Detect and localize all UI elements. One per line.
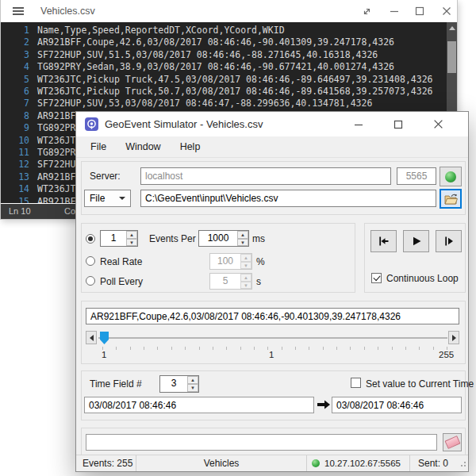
slider-min-label: 1 <box>102 350 106 359</box>
menu-bar: File Window Help <box>76 136 468 158</box>
simulator-titlebar: GeoEvent Simulator - Vehicles.csv <box>76 112 468 136</box>
rewind-to-start-button[interactable] <box>370 230 397 252</box>
events-count-spinner[interactable]: 1 ▲▼ <box>100 230 138 247</box>
chevron-down-icon <box>119 197 125 200</box>
step-one-event-button[interactable] <box>436 230 462 252</box>
geoevent-app-icon <box>85 117 98 131</box>
spin-down-icon[interactable]: ▼ <box>187 384 198 392</box>
arrow-right-icon <box>452 335 456 341</box>
playback-group: Continuous Loop <box>364 223 466 293</box>
simulator-window-title: GeoEvent Simulator - Vehicles.csv <box>105 118 263 130</box>
percent-unit-label: % <box>256 256 265 267</box>
scrollbar-up-icon[interactable] <box>449 26 455 30</box>
seconds-unit-label: s <box>256 276 261 287</box>
source-type-dropdown[interactable]: File <box>84 190 131 207</box>
real-rate-label: Real Rate <box>100 256 142 267</box>
play-icon <box>410 235 423 248</box>
sent-count-status: Sent: 0 <box>409 455 459 471</box>
scrollbar-thumb[interactable] <box>447 41 456 73</box>
connection-status-icon <box>445 171 456 182</box>
set-current-time-checkbox[interactable] <box>351 378 361 388</box>
maximize-icon[interactable] <box>386 112 411 136</box>
clear-button[interactable] <box>443 433 462 451</box>
maximize-icon[interactable] <box>409 0 430 22</box>
code-line: 1Name,Type,Speed,ReportedDT,XCoord,YCoor… <box>1 25 457 36</box>
spin-up-icon[interactable]: ▲ <box>237 231 248 239</box>
hamburger-menu-icon[interactable] <box>13 7 24 15</box>
minimize-icon[interactable] <box>346 112 371 136</box>
poll-every-radio[interactable] <box>86 276 95 286</box>
slider-left-button[interactable] <box>86 331 97 344</box>
progress-group <box>81 428 466 458</box>
browse-file-button[interactable] <box>440 189 462 209</box>
simulator-statusbar: Events: 255 Vehicles 10.27.102.67:5565 S… <box>76 455 468 471</box>
file-path-input[interactable]: C:\GeoEvent\input\Vehicles.csv <box>140 190 436 207</box>
real-rate-value: 100 <box>210 254 240 269</box>
menu-help[interactable]: Help <box>171 138 210 155</box>
spinner-buttons: ▲▼ <box>237 231 248 246</box>
time-to-field[interactable]: 03/08/2017 08:46:46 <box>332 397 462 413</box>
spin-down-icon[interactable]: ▼ <box>126 239 137 247</box>
spin-up-icon[interactable]: ▲ <box>126 231 137 239</box>
expand-window-icon[interactable] <box>356 0 377 22</box>
connect-button[interactable] <box>440 167 462 186</box>
spin-up-icon[interactable]: ▲ <box>187 376 198 384</box>
code-line: 2AR921BFF,Coupe,42.6,03/08/2017 08:46:46… <box>1 36 457 48</box>
spin-down-icon: ▼ <box>240 282 251 290</box>
code-line: 4TG892PRY,Sedan,38.9,03/08/2017 08:46:46… <box>1 61 457 73</box>
slider-right-button[interactable] <box>448 331 459 344</box>
ms-unit-label: ms <box>252 233 265 244</box>
step-forward-icon <box>443 235 455 248</box>
interval-spinner[interactable]: 1000 ▲▼ <box>198 230 249 247</box>
menu-file[interactable]: File <box>81 138 116 155</box>
time-from-field[interactable]: 03/08/2017 08:46:46 <box>84 397 314 413</box>
endpoint-address: 10.27.102.67:5565 <box>324 459 401 468</box>
events-per-radio[interactable] <box>86 234 95 244</box>
menu-window[interactable]: Window <box>116 138 170 155</box>
progress-field <box>86 434 437 451</box>
source-type-value: File <box>90 193 105 204</box>
spinner-buttons: ▲▼ <box>240 274 251 289</box>
set-current-time-label: Set value to Current Time <box>366 378 474 390</box>
spinner-buttons: ▲▼ <box>240 254 251 269</box>
minimize-icon[interactable] <box>384 0 405 22</box>
preview-group: AR921BFF,Coupe,42.6,03/08/2017 08:46:46,… <box>81 301 466 364</box>
current-event-field[interactable]: AR921BFF,Coupe,42.6,03/08/2017 08:46:46,… <box>86 308 459 324</box>
poll-spinner: 5 ▲▼ <box>209 273 252 290</box>
arrow-right-icon <box>317 400 330 409</box>
resize-grip[interactable] <box>459 459 466 467</box>
event-slider-track[interactable] <box>98 337 447 339</box>
feed-name-status: Vehicles <box>136 455 306 471</box>
server-host-input[interactable]: localhost <box>140 167 391 185</box>
poll-value: 5 <box>210 274 240 289</box>
eraser-icon <box>444 436 460 449</box>
server-group: Server: localhost 5565 File C:\GeoEvent\… <box>81 161 466 215</box>
editor-window-title: Vehicles.csv <box>40 6 95 17</box>
events-count-status: Events: 255 <box>76 455 136 471</box>
connected-status-icon <box>312 459 320 467</box>
real-rate-radio[interactable] <box>86 256 95 266</box>
spinner-buttons: ▲▼ <box>126 231 137 246</box>
code-line: 5WT236JTC,Pickup Truck,47.5,03/08/2017 0… <box>1 74 457 86</box>
events-count-value: 1 <box>101 231 126 246</box>
event-slider-thumb[interactable] <box>100 332 109 344</box>
close-icon[interactable] <box>425 112 451 136</box>
time-field-group: Time Field # 3 ▲▼ Set value to Current T… <box>81 370 466 420</box>
time-field-spinner[interactable]: 3 ▲▼ <box>159 375 199 393</box>
rate-group: 1 ▲▼ Events Per 1000 ▲▼ ms Real Rate 100… <box>81 223 355 293</box>
play-button[interactable] <box>403 230 429 252</box>
spin-down-icon[interactable]: ▼ <box>237 239 248 247</box>
code-line: 6WT236JTC,Pickup Truck,50.7,03/08/2017 0… <box>1 86 457 98</box>
continuous-loop-checkbox[interactable] <box>371 273 382 283</box>
time-field-label: Time Field # <box>90 378 142 390</box>
spinner-buttons: ▲▼ <box>187 376 198 392</box>
spin-down-icon: ▼ <box>240 262 251 270</box>
code-line: 7SF722HUP,SUV,53,03/08/2017 08:46:47,-88… <box>1 98 457 109</box>
close-icon[interactable] <box>436 0 457 22</box>
server-port-input[interactable]: 5565 <box>397 167 436 185</box>
line-indicator: Ln 10 <box>9 206 31 216</box>
real-rate-spinner: 100 ▲▼ <box>209 253 252 270</box>
slider-max-label: 255 <box>439 350 454 359</box>
code-line: 3SF722HUP,SUV,51.5,03/08/2017 08:46:46,-… <box>1 49 457 61</box>
editor-titlebar: Vehicles.csv <box>1 0 457 22</box>
